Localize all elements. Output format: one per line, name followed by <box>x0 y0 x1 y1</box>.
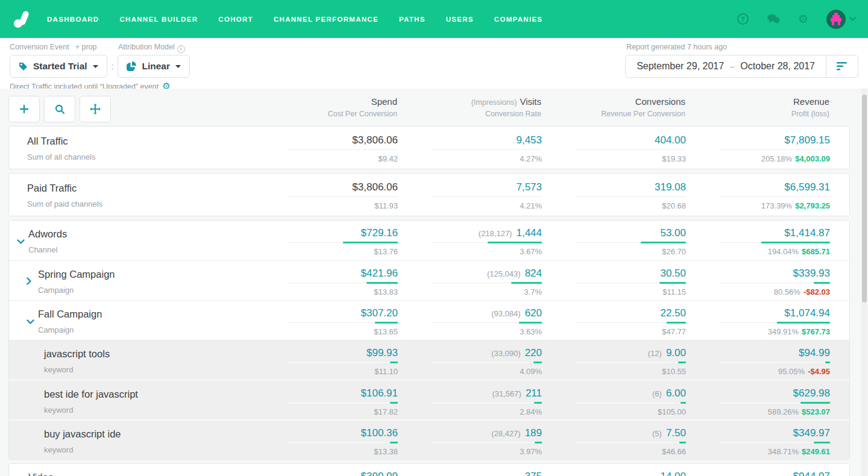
table-row[interactable]: best ide for javascriptkeyword$106.91$17… <box>9 380 849 419</box>
row-title[interactable]: Video <box>9 472 266 476</box>
cell-main-value[interactable]: 375 <box>525 471 542 476</box>
row-title[interactable]: Adwords <box>9 228 266 240</box>
cell-main-value[interactable]: 1,444 <box>516 227 542 239</box>
attribution-model-dropdown[interactable]: Linear <box>118 55 190 78</box>
cell-main-value[interactable]: 620 <box>525 307 542 319</box>
contribution-bar <box>641 242 686 243</box>
row-type-label: Campaign <box>9 325 266 334</box>
nav-dashboard[interactable]: DASHBOARD <box>47 16 99 23</box>
cell-main-value[interactable]: $6,599.31 <box>784 181 830 193</box>
cell-main-value[interactable]: $421.96 <box>361 268 398 279</box>
nav-users[interactable]: USERS <box>446 16 474 23</box>
cell-main-value[interactable]: 7.50 <box>666 427 686 439</box>
cell-main-value[interactable]: 22.50 <box>660 307 686 319</box>
row-group: All TrafficSum of all channels$3,806.06$… <box>8 126 850 169</box>
date-range-picker[interactable]: September 29, 2017 – October 28, 2017 <box>625 55 858 78</box>
cell-main-value[interactable]: $399.99 <box>361 471 398 476</box>
cell-main-value[interactable]: $729.16 <box>361 227 398 239</box>
gear-icon[interactable]: ⚙ <box>798 13 808 25</box>
column-header-conversions[interactable]: Conversions Revenue Per Conversion <box>553 89 697 118</box>
table-row[interactable]: javascript toolskeyword$99.93$11.10(33,0… <box>9 340 849 380</box>
chat-icon[interactable] <box>767 14 780 24</box>
help-icon[interactable]: ? <box>737 13 749 25</box>
table-row[interactable]: Video$399.9937514.00$944.97 <box>9 464 849 476</box>
row-title[interactable]: All Traffic <box>9 136 266 147</box>
chevron-down-icon[interactable] <box>17 236 25 247</box>
row-title[interactable]: best ide for javascript <box>9 389 266 400</box>
add-button[interactable] <box>8 96 40 122</box>
cell-value: 7,573 <box>410 181 542 195</box>
column-header-visits[interactable]: (Impressions)Visits Conversion Rate <box>409 89 553 118</box>
row-title[interactable]: javascript tools <box>9 348 266 360</box>
search-button[interactable] <box>44 96 75 122</box>
cell-main-value[interactable]: $1,074.94 <box>784 307 830 319</box>
row-name-cell: AdwordsChannel <box>9 221 266 260</box>
cell-divider <box>266 149 398 151</box>
table-row[interactable]: Spring CampaignCampaign$421.96$13.83(125… <box>9 260 849 300</box>
move-button[interactable] <box>80 96 111 122</box>
cell-main-value[interactable]: 824 <box>525 268 542 279</box>
cell-main-value[interactable]: $100.36 <box>361 427 398 439</box>
cell-main-value[interactable]: $1,414.87 <box>784 227 830 239</box>
cell-divider <box>266 196 398 198</box>
cell-main-value[interactable]: 9.00 <box>666 347 686 359</box>
table-row[interactable]: buy javascript idekeyword$100.36$13.38(2… <box>9 419 849 459</box>
table-row[interactable]: Fall CampaignCampaign$307.20$13.65(93,08… <box>9 300 849 340</box>
column-header-spend[interactable]: Spend Cost Per Conversion <box>265 89 409 118</box>
scrollbar-thumb[interactable] <box>862 95 867 302</box>
cell-main-value[interactable]: 211 <box>526 387 542 399</box>
row-title[interactable]: Paid Traffic <box>9 183 266 194</box>
row-title[interactable]: Fall Campaign <box>9 308 266 320</box>
nav-cohort[interactable]: COHORT <box>218 16 253 23</box>
chevron-right-icon[interactable] <box>27 277 32 287</box>
cell-secondary-value: (218,127) <box>479 229 512 238</box>
cell-revenue: $1,414.87194.04%$685.71 <box>698 221 842 260</box>
chevron-down-icon[interactable] <box>27 316 34 327</box>
cell-main-value[interactable]: $94.99 <box>799 347 830 359</box>
nav-paths[interactable]: PATHS <box>399 16 426 23</box>
app-logo-icon[interactable] <box>12 9 33 30</box>
cell-value: $3,806.06 <box>266 181 398 195</box>
contribution-bar <box>375 322 398 324</box>
cell-main-value[interactable]: $944.97 <box>793 471 830 476</box>
cell-value: $729.16 <box>266 227 398 240</box>
nav-channel-performance[interactable]: CHANNEL PERFORMANCE <box>274 16 379 23</box>
cell-main-value[interactable]: 7,573 <box>516 181 542 193</box>
date-options-button[interactable] <box>826 62 858 70</box>
add-prop-link[interactable]: + prop <box>75 43 97 51</box>
cell-main-value[interactable]: $99.93 <box>366 347 398 359</box>
cell-main-value[interactable]: $339.93 <box>793 268 830 279</box>
cell-main-value[interactable]: $629.98 <box>793 387 830 399</box>
table-header: Spend Cost Per Conversion (Impressions)V… <box>8 89 868 126</box>
cell-main-value[interactable]: $106.91 <box>361 387 398 399</box>
cell-main-value[interactable]: 404.00 <box>655 134 686 146</box>
table-row[interactable]: All TrafficSum of all channels$3,806.06$… <box>9 127 849 169</box>
cell-sub-value: $13.76 <box>266 247 398 256</box>
scrollbar[interactable] <box>861 89 867 476</box>
table-row[interactable]: Paid TrafficSum of paid channels$3,806.0… <box>9 174 849 216</box>
conversion-event-dropdown[interactable]: Started Trial <box>10 55 107 78</box>
row-name-cell: Paid TrafficSum of paid channels <box>9 174 266 216</box>
cell-main-value[interactable]: 30.50 <box>660 268 686 279</box>
chevron-down-icon[interactable] <box>849 17 856 21</box>
table-row[interactable]: AdwordsChannel$729.16$13.76(218,127)1,44… <box>9 221 849 260</box>
column-header-revenue[interactable]: Revenue Profit (loss) <box>697 89 841 118</box>
cell-main-value[interactable]: 14.00 <box>660 471 686 476</box>
cell-main-value[interactable]: $7,809.15 <box>784 134 830 146</box>
cell-main-value[interactable]: 6.00 <box>666 387 686 399</box>
avatar[interactable] <box>826 10 846 29</box>
cell-spend: $100.36$13.38 <box>266 421 410 459</box>
cell-main-value[interactable]: 9,453 <box>516 134 542 146</box>
cell-main-value[interactable]: $307.20 <box>361 307 398 319</box>
cell-main-value[interactable]: 53.00 <box>660 227 686 239</box>
cell-main-value[interactable]: 189 <box>525 427 542 439</box>
cell-main-value[interactable]: 220 <box>525 347 542 359</box>
nav-companies[interactable]: COMPANIES <box>494 16 543 23</box>
nav-channel-builder[interactable]: CHANNEL BUILDER <box>119 16 198 23</box>
cell-main-value[interactable]: $349.97 <box>793 427 830 439</box>
info-icon[interactable]: i <box>177 45 185 53</box>
row-title[interactable]: Spring Campaign <box>9 269 266 280</box>
row-title[interactable]: buy javascript ide <box>9 428 266 440</box>
cell-main-value[interactable]: 319.08 <box>655 181 686 193</box>
contribution-bar <box>678 362 686 363</box>
